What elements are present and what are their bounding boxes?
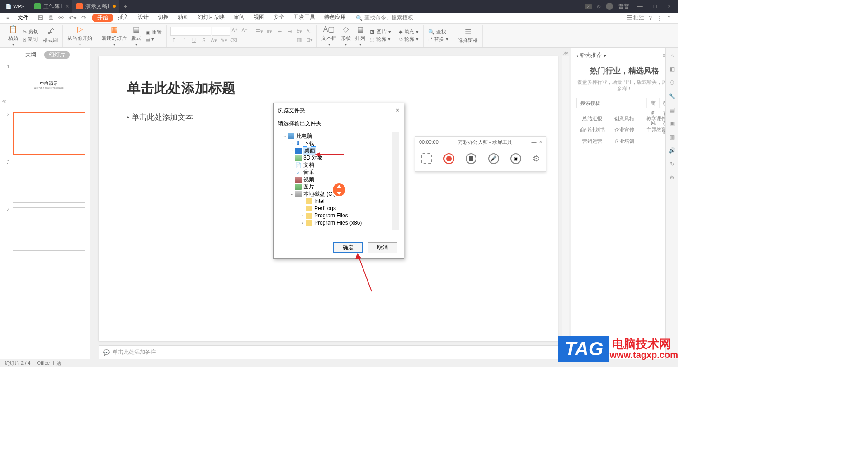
slide-thumb-3[interactable]: 3	[5, 160, 85, 203]
home-icon[interactable]: ⌂	[670, 52, 674, 59]
minimize-button[interactable]: —	[635, 3, 646, 9]
tab-presentation[interactable]: 演示文稿1	[72, 0, 119, 13]
maximize-button[interactable]: □	[651, 3, 660, 9]
recorder-settings-icon[interactable]: ⚙	[533, 154, 540, 164]
tab-review[interactable]: 审阅	[229, 14, 249, 22]
outline-button[interactable]: ⬚ 轮廓 ▾	[368, 36, 393, 42]
outline-tab[interactable]: 大纲	[21, 51, 41, 59]
slide-thumb-2[interactable]: 2	[5, 112, 85, 155]
textbox-button[interactable]: A▢文本框▾	[320, 25, 338, 47]
save-icon[interactable]: 🖫	[38, 14, 43, 21]
align-justify[interactable]: ≡	[286, 37, 293, 43]
sync-icon[interactable]: ⎋	[597, 3, 600, 9]
preview-icon[interactable]: 👁	[58, 14, 64, 21]
cut-button[interactable]: ✂ 剪切	[21, 28, 40, 35]
template-search-input[interactable]	[577, 98, 646, 108]
annotate-button[interactable]: ☰ 批注	[627, 14, 644, 22]
vertical-scrollbar[interactable]	[562, 56, 569, 341]
slide-thumb-1[interactable]: 1空白演示在此输入您的封面副标题	[5, 64, 85, 107]
layers-icon[interactable]: ▣	[670, 120, 675, 127]
find-button[interactable]: 🔍 查找	[426, 28, 450, 35]
collapse-ribbon-icon[interactable]: ⌃	[666, 15, 671, 21]
cat-training[interactable]: 企业培训	[609, 136, 641, 147]
font-color[interactable]: A▾	[210, 38, 217, 43]
tag-business[interactable]: 商务风	[646, 98, 659, 108]
tree-scrollbar[interactable]	[392, 132, 399, 230]
history-icon[interactable]: ↻	[670, 161, 675, 167]
stop-icon[interactable]	[466, 153, 476, 164]
shrink-font[interactable]: A⁻	[241, 28, 248, 35]
font-size-input[interactable]	[212, 27, 230, 36]
tab-developer[interactable]: 开发工具	[289, 14, 320, 22]
desktop-node[interactable]: ›桌面	[278, 147, 399, 154]
strike[interactable]: S	[200, 38, 208, 43]
tab-insert[interactable]: 插入	[113, 14, 133, 22]
numbering[interactable]: ≡▾	[266, 28, 273, 34]
tool-icon[interactable]: 🔧	[669, 93, 675, 99]
tab-animation[interactable]: 动画	[173, 14, 193, 22]
cat-marketing[interactable]: 营销运营	[576, 136, 609, 147]
image-button[interactable]: 🖼 图片 ▾	[368, 28, 393, 35]
style-icon[interactable]: ◧	[670, 66, 675, 72]
mic-icon[interactable]: 🎤	[488, 153, 499, 164]
user-avatar[interactable]	[606, 3, 613, 10]
command-search[interactable]: 🔍 查找命令、搜索模板	[352, 14, 417, 22]
text-dir[interactable]: A↕	[306, 28, 313, 34]
italic[interactable]: I	[180, 38, 188, 43]
clear-format[interactable]: ⌫	[230, 38, 237, 43]
section-button[interactable]: ▤ ▾	[144, 36, 164, 42]
hamburger-icon[interactable]: ≡	[4, 15, 12, 21]
record-icon[interactable]	[443, 153, 454, 164]
align-right[interactable]: ≡	[276, 37, 283, 43]
indent-inc[interactable]: ⇥	[286, 28, 293, 34]
sound-icon[interactable]: 🔊	[669, 147, 675, 154]
camera-icon[interactable]: ◉	[510, 153, 521, 164]
fill-button[interactable]: ◆ 填充 ▾	[397, 28, 420, 35]
tab-transition[interactable]: 切换	[153, 14, 173, 22]
chart-icon[interactable]: ▥	[670, 134, 675, 140]
folder-tree[interactable]: ⌄此电脑 ›⬇下载 ›桌面 ›3D 对象 📄文档 ♪音乐 视频 图片 ⌄本地磁盘…	[278, 132, 399, 230]
grow-font[interactable]: A⁺	[231, 28, 238, 35]
tab-design[interactable]: 设计	[133, 14, 153, 22]
tab-workbook[interactable]: 工作簿1×	[30, 0, 72, 13]
bullets[interactable]: ☰▾	[256, 28, 263, 34]
copy-button[interactable]: ⎘ 复制	[21, 36, 40, 42]
slides-tab[interactable]: 幻灯片	[44, 51, 70, 59]
tab-start[interactable]: 开始	[92, 14, 113, 22]
highlight[interactable]: ✎▾	[220, 38, 227, 43]
cancel-button[interactable]: 取消	[368, 242, 397, 253]
align-vert[interactable]: ⊞▾	[306, 37, 313, 43]
more-icon[interactable]: ⋮	[656, 15, 662, 21]
close-button[interactable]: ×	[665, 3, 674, 9]
notification-badge[interactable]: 2	[585, 4, 592, 9]
paste-button[interactable]: 📋粘贴▾	[6, 25, 20, 47]
recorder-min-icon[interactable]: —	[531, 139, 536, 145]
user-icon[interactable]: ⚇	[670, 80, 675, 86]
underline[interactable]: U	[190, 38, 198, 43]
bold[interactable]: B	[170, 38, 178, 43]
new-slide-button[interactable]: ▦新建幻灯片▾	[100, 25, 128, 47]
align-center[interactable]: ≡	[266, 37, 273, 43]
settings-icon[interactable]: ⚙	[670, 174, 675, 181]
slide-title-placeholder[interactable]: 单击此处添加标题	[127, 79, 529, 98]
region-icon[interactable]	[421, 153, 432, 164]
cat-corporate[interactable]: 企业宣传	[609, 124, 641, 136]
tab-view[interactable]: 视图	[249, 14, 269, 22]
file-menu[interactable]: 文件	[14, 14, 32, 22]
panel-back-icon[interactable]: ‹	[576, 52, 578, 59]
replace-button[interactable]: ⇄ 替换 ▾	[426, 36, 450, 42]
slide-thumb-4[interactable]: 4	[5, 207, 85, 251]
undo-icon[interactable]: ↶▾	[69, 14, 77, 21]
ok-button[interactable]: 确定	[333, 242, 363, 253]
redo-icon[interactable]: ↷	[81, 14, 86, 21]
align-left[interactable]: ≡	[256, 37, 263, 43]
font-name-input[interactable]	[170, 27, 211, 36]
dialog-close-icon[interactable]: ×	[396, 107, 399, 113]
tab-security[interactable]: 安全	[269, 14, 289, 22]
line-spacing[interactable]: ‡▾	[296, 28, 303, 34]
help-icon[interactable]: ?	[649, 15, 652, 21]
notes-pane[interactable]: 💬单击此处添加备注	[99, 345, 558, 359]
layout-button[interactable]: ▤版式▾	[129, 25, 143, 47]
collapse-right-icon[interactable]: ≫	[563, 50, 569, 56]
shapes-button[interactable]: ◇形状▾	[339, 25, 353, 47]
